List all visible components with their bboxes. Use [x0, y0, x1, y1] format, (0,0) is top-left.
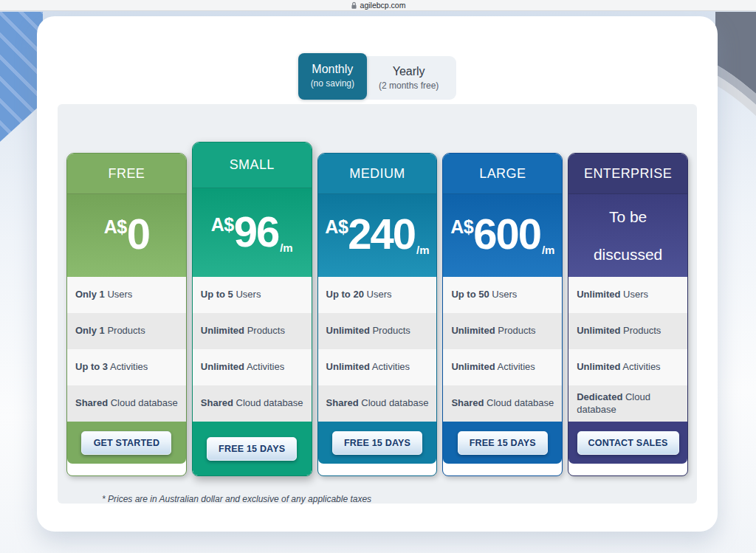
feature-subject: Cloud database [361, 397, 428, 408]
feature-subject: Activities [247, 361, 284, 372]
feature-qualifier: Dedicated [577, 391, 622, 402]
plan-header: LARGE [443, 154, 562, 194]
plan-card: ENTERPRISE To bediscussed Unlimited User… [568, 153, 688, 476]
plan-feature-row: Shared Cloud database [318, 385, 437, 422]
plan-feature-text: Unlimited Products [326, 325, 410, 337]
plan-feature-text: Up to 50 Users [451, 289, 517, 300]
plan-header: MEDIUM [318, 154, 437, 194]
feature-qualifier: Unlimited [577, 361, 620, 372]
plan-period: /m [542, 244, 555, 256]
plan-cta-button[interactable]: FREE 15 DAYS [458, 431, 548, 455]
plan-cta-button[interactable]: FREE 15 DAYS [207, 437, 297, 461]
plan-name: MEDIUM [349, 166, 405, 182]
plan-name: FREE [109, 166, 145, 182]
plan-currency: A$ [211, 214, 234, 236]
lock-icon [351, 1, 357, 10]
plan-feature-text: Only 1 Products [75, 325, 145, 337]
feature-subject: Products [372, 325, 410, 336]
plan-period: /m [280, 241, 293, 254]
feature-subject: Users [492, 289, 517, 300]
plan-feature-text: Shared Cloud database [201, 397, 303, 409]
plan-currency: A$ [325, 216, 348, 238]
plan-price-text: discussed [568, 236, 687, 273]
plan-feature-text: Unlimited Activities [201, 361, 284, 373]
feature-qualifier: Unlimited [326, 325, 370, 336]
plan-feature-text: Shared Cloud database [451, 397, 554, 409]
content-card: Monthly (no saving) Yearly (2 months fre… [37, 16, 718, 532]
feature-qualifier: Unlimited [451, 361, 495, 372]
plan-price: A$96/m [193, 188, 312, 277]
feature-qualifier: Only 1 [75, 289, 105, 300]
plan-feature-row: Unlimited Products [568, 313, 687, 349]
plan-feature-text: Unlimited Users [577, 289, 648, 300]
plan-feature-text: Unlimited Activities [451, 361, 535, 373]
plan-features: Unlimited UsersUnlimited ProductsUnlimit… [568, 277, 687, 422]
decor-gray-swoosh [715, 12, 756, 130]
plan-feature-row: Dedicated Cloud database [568, 385, 687, 422]
plan-feature-text: Dedicated Cloud database [577, 391, 679, 416]
plan-feature-text: Only 1 Users [75, 289, 132, 300]
plan-feature-row: Unlimited Activities [318, 349, 437, 385]
feature-subject: Products [498, 325, 535, 336]
feature-qualifier: Unlimited [201, 325, 244, 336]
feature-qualifier: Shared [201, 397, 233, 408]
plan-footer: GET STARTED [67, 422, 186, 464]
feature-subject: Activities [372, 361, 410, 372]
plan-feature-text: Unlimited Activities [577, 361, 660, 373]
plan-card: SMALL A$96/m Up to 5 UsersUnlimited Prod… [192, 142, 312, 476]
plan-footer: FREE 15 DAYS [318, 422, 437, 464]
plan-feature-row: Shared Cloud database [193, 385, 312, 422]
plan-price: A$0 [67, 194, 186, 277]
feature-qualifier: Unlimited [201, 361, 244, 372]
plan-feature-row: Shared Cloud database [67, 385, 186, 422]
browser-url: agilebcp.com [360, 1, 406, 10]
monthly-tab[interactable]: Monthly (no saving) [298, 53, 367, 100]
plan-feature-text: Unlimited Products [451, 325, 535, 337]
plan-price-text: To be [568, 198, 687, 236]
feature-qualifier: Unlimited [577, 289, 620, 300]
browser-address-bar[interactable]: agilebcp.com [0, 0, 756, 11]
billing-toggle: Monthly (no saving) Yearly (2 months fre… [37, 53, 718, 100]
feature-subject: Users [367, 289, 392, 300]
feature-qualifier: Unlimited [577, 325, 620, 336]
plan-features: Up to 20 UsersUnlimited ProductsUnlimite… [318, 277, 437, 422]
plan-feature-row: Unlimited Products [193, 313, 312, 349]
plan-feature-row: Up to 50 Users [443, 277, 562, 313]
plan-feature-row: Up to 5 Users [193, 277, 312, 313]
feature-subject: Cloud database [236, 397, 303, 408]
plan-header: ENTERPRISE [568, 154, 687, 194]
plan-features: Only 1 UsersOnly 1 ProductsUp to 3 Activ… [67, 277, 186, 422]
plan-feature-row: Up to 3 Activities [67, 349, 186, 385]
plan-feature-row: Unlimited Activities [568, 349, 687, 385]
plan-cta-button[interactable]: FREE 15 DAYS [332, 431, 422, 455]
plan-feature-row: Up to 20 Users [318, 277, 437, 313]
plan-feature-row: Shared Cloud database [443, 385, 562, 422]
plan-footer: FREE 15 DAYS [443, 422, 562, 464]
feature-qualifier: Up to 3 [75, 361, 108, 372]
plan-feature-text: Unlimited Products [201, 325, 285, 337]
plan-cta-button[interactable]: CONTACT SALES [577, 431, 679, 455]
yearly-tab-label: Yearly [379, 65, 439, 78]
plan-currency: A$ [450, 216, 473, 238]
price-footnote: * Prices are in Australian dollar and ex… [102, 494, 688, 504]
feature-qualifier: Shared [75, 397, 108, 408]
feature-subject: Products [623, 325, 661, 336]
feature-qualifier: Up to 50 [451, 289, 489, 300]
feature-qualifier: Up to 20 [326, 289, 364, 300]
plan-name: ENTERPRISE [584, 166, 672, 182]
plan-feature-row: Unlimited Activities [193, 349, 312, 385]
plan-card: FREE A$0 Only 1 UsersOnly 1 ProductsUp t… [66, 153, 187, 476]
plan-header: FREE [67, 154, 186, 194]
plan-features: Up to 5 UsersUnlimited ProductsUnlimited… [193, 277, 312, 422]
plan-feature-row: Unlimited Users [568, 277, 687, 313]
plan-currency: A$ [104, 216, 127, 238]
plan-price: To bediscussed [568, 194, 687, 277]
plan-feature-text: Up to 3 Activities [75, 361, 148, 373]
plan-price: A$240/m [318, 194, 437, 277]
plan-footer: FREE 15 DAYS [193, 422, 312, 475]
yearly-tab[interactable]: Yearly (2 months free) [358, 56, 456, 100]
feature-subject: Cloud database [111, 397, 178, 408]
plan-cta-button[interactable]: GET STARTED [81, 431, 171, 455]
plan-feature-row: Unlimited Products [443, 313, 562, 349]
yearly-tab-sublabel: (2 months free) [379, 80, 439, 91]
